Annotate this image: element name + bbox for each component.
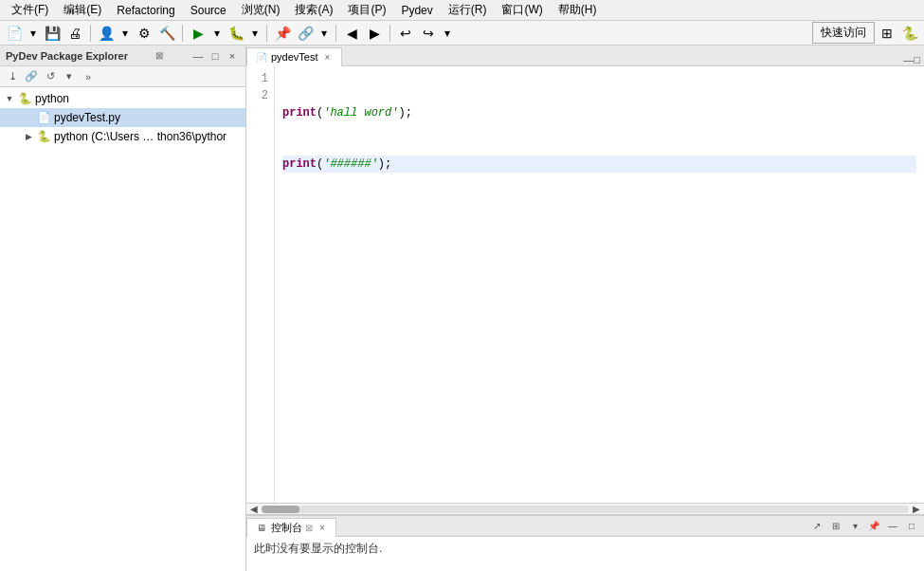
sidebar-more-button[interactable]: »	[80, 68, 97, 85]
python-file-icon: 📄	[36, 110, 51, 125]
editor-tab-pydevtest[interactable]: 📄 pydevTest ×	[246, 47, 342, 66]
sidebar: PyDev Package Explorer ⊠ — □ × ⤓ 🔗 ↺ ▾ »…	[0, 46, 246, 571]
nav-dropdown[interactable]: ▾	[441, 25, 454, 42]
sep2	[182, 25, 183, 42]
console-tab-indicator: ⊠	[305, 523, 313, 533]
menu-source[interactable]: Source	[183, 2, 234, 19]
line-numbers: 1 2	[246, 66, 275, 503]
scrollbar-track[interactable]	[262, 506, 909, 513]
bottom-panel-tabs: 🖥 控制台 ⊠ × ↗ ⊞ ▾ 📌 — □	[246, 516, 924, 537]
debug-dropdown[interactable]: ▾	[248, 25, 262, 42]
pin-button[interactable]: 📌	[272, 23, 293, 44]
sidebar-maximize-icon[interactable]: □	[208, 48, 223, 64]
sidebar-menu-button[interactable]: ▾	[61, 68, 78, 85]
back-button[interactable]: ↩	[395, 23, 416, 44]
pydev-perspective-button[interactable]: 🐍	[899, 23, 920, 44]
sidebar-content[interactable]: ▼ 🐍 python ▶ 📄 pydevTest.py ▶ 🐍 python (…	[0, 87, 245, 571]
run-dropdown[interactable]: ▾	[210, 25, 224, 42]
sidebar-minimize-icon[interactable]: —	[190, 48, 206, 64]
line-number-1: 1	[252, 70, 268, 87]
string-2: '######'	[323, 156, 378, 173]
forward-button[interactable]: ↪	[418, 23, 439, 44]
print-button[interactable]: 🖨	[64, 23, 85, 44]
sidebar-title: PyDev Package Explorer	[6, 50, 128, 62]
console-pin-icon[interactable]: 📌	[865, 518, 882, 535]
string-1: 'hall word'	[323, 104, 398, 121]
scroll-right-arrow[interactable]: ▶	[913, 504, 920, 514]
editor-horizontal-scrollbar[interactable]: ◀ ▶	[246, 503, 924, 514]
tree-item-python-interp[interactable]: ▶ 🐍 python (C:\Users … thon36\pythor	[0, 127, 245, 146]
tree-item-pydevtest[interactable]: ▶ 📄 pydevTest.py	[0, 108, 245, 127]
console-action-2-icon[interactable]: ⊞	[827, 518, 844, 535]
paren-open-1: (	[317, 104, 323, 121]
menu-edit[interactable]: 编辑(E)	[56, 0, 109, 20]
debug-button[interactable]: 🐛	[226, 23, 246, 44]
editor-tab-actions: — □	[903, 54, 924, 65]
new-dropdown[interactable]: ▾	[27, 25, 40, 42]
code-editor: 1 2 print('hall word'); print('######');	[246, 66, 924, 503]
console-tab-close-button[interactable]: ×	[317, 522, 328, 533]
editor-tab-close-button[interactable]: ×	[322, 51, 334, 63]
sep4	[335, 25, 336, 42]
console-tab[interactable]: 🖥 控制台 ⊠ ×	[246, 518, 336, 537]
scroll-left-arrow[interactable]: ◀	[250, 504, 258, 514]
tree-label-pydevtest: pydevTest.py	[54, 111, 120, 124]
menu-project[interactable]: 项目(P)	[340, 0, 393, 20]
main-layout: PyDev Package Explorer ⊠ — □ × ⤓ 🔗 ↺ ▾ »…	[0, 46, 924, 571]
editor-minimize-icon[interactable]: —	[903, 54, 914, 65]
next-button[interactable]: ▶	[364, 23, 385, 44]
console-maximize-icon[interactable]: □	[903, 518, 920, 535]
sidebar-toolbar: ⤓ 🔗 ↺ ▾ »	[0, 66, 245, 87]
console-empty-message: 此时没有要显示的控制台.	[254, 542, 382, 555]
menu-file[interactable]: 文件(F)	[4, 0, 56, 20]
expand-arrow-interp: ▶	[23, 131, 34, 142]
menu-browse[interactable]: 浏览(N)	[234, 0, 288, 20]
sep5	[390, 25, 390, 42]
editor-maximize-icon[interactable]: □	[914, 54, 920, 65]
new-button[interactable]: 📄	[4, 23, 25, 44]
keyword-print-2: print	[282, 156, 317, 173]
link-button[interactable]: 🔗	[295, 23, 316, 44]
profile-dropdown[interactable]: ▾	[118, 25, 132, 42]
console-tab-icon: 🖥	[255, 521, 268, 534]
menu-search[interactable]: 搜索(A)	[287, 0, 340, 20]
menu-help[interactable]: 帮助(H)	[551, 0, 605, 20]
console-tab-label: 控制台	[271, 521, 302, 535]
python-package-icon: 🐍	[36, 129, 51, 144]
settings-button[interactable]: ⚙	[134, 23, 154, 44]
code-content[interactable]: print('hall word'); print('######');	[275, 66, 924, 503]
sidebar-close-icon[interactable]: ×	[225, 48, 240, 64]
perspectives-button[interactable]: ⊞	[877, 23, 897, 44]
toolbar: 📄 ▾ 💾 🖨 👤 ▾ ⚙ 🔨 ▶ ▾ 🐛 ▾ 📌 🔗 ▾ ◀ ▶ ↩ ↪ ▾ …	[0, 21, 924, 46]
console-action-1-icon[interactable]: ↗	[808, 518, 825, 535]
prev-button[interactable]: ◀	[341, 23, 362, 44]
paren-close-2: );	[378, 156, 391, 173]
menu-window[interactable]: 窗口(W)	[494, 0, 550, 20]
menu-pydev[interactable]: Pydev	[393, 2, 440, 19]
profile-button[interactable]: 👤	[96, 23, 117, 44]
console-action-3-icon[interactable]: ▾	[846, 518, 863, 535]
link-with-editor-button[interactable]: 🔗	[23, 68, 40, 85]
collapse-all-button[interactable]: ⤓	[4, 68, 21, 85]
keyword-print-1: print	[282, 104, 317, 121]
console-minimize-icon[interactable]: —	[884, 518, 901, 535]
code-line-1: print('hall word');	[282, 104, 916, 121]
scrollbar-thumb[interactable]	[262, 506, 299, 513]
menu-refactoring[interactable]: Refactoring	[109, 2, 182, 19]
save-button[interactable]: 💾	[42, 23, 63, 44]
editor-and-bottom: 📄 pydevTest × — □ 1 2 print('hall word')…	[246, 46, 924, 571]
sidebar-header: PyDev Package Explorer ⊠ — □ ×	[0, 46, 245, 66]
menubar: 文件(F) 编辑(E) Refactoring Source 浏览(N) 搜索(…	[0, 0, 924, 21]
run-green-button[interactable]: ▶	[188, 23, 208, 44]
bottom-panel-actions: ↗ ⊞ ▾ 📌 — □	[808, 518, 924, 535]
build-button[interactable]: 🔨	[156, 23, 177, 44]
menu-run[interactable]: 运行(R)	[441, 0, 495, 20]
sep3	[266, 25, 267, 42]
quick-access-button[interactable]: 快速访问	[812, 22, 875, 44]
link-dropdown[interactable]: ▾	[317, 25, 331, 42]
tree-item-python[interactable]: ▼ 🐍 python	[0, 89, 245, 108]
expand-arrow-python: ▼	[4, 93, 15, 104]
refresh-button[interactable]: ↺	[42, 68, 59, 85]
paren-open-2: (	[317, 156, 323, 173]
paren-close-1: );	[398, 104, 411, 121]
